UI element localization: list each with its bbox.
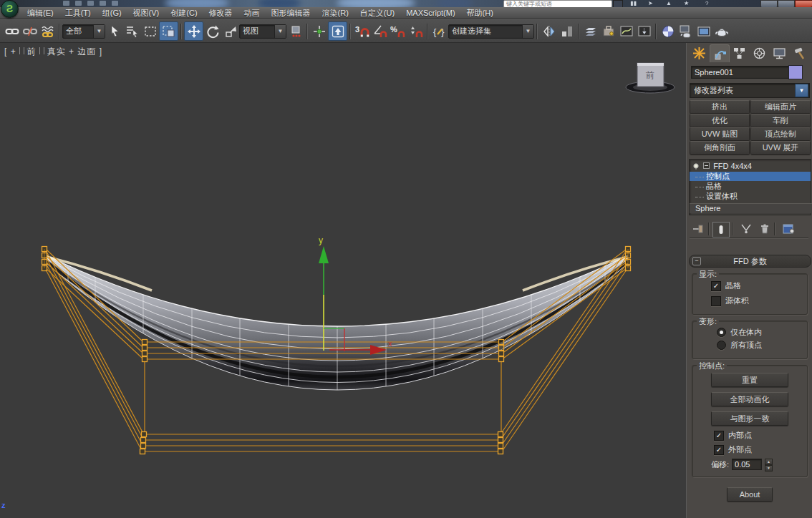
menu-edit[interactable]: 编辑(E) <box>21 8 59 19</box>
new-file-icon[interactable] <box>63 1 69 6</box>
menu-animation[interactable]: 动画 <box>238 8 266 19</box>
window-maximize-button[interactable] <box>778 0 795 7</box>
material-editor-button[interactable] <box>659 22 677 40</box>
menu-rendering[interactable]: 渲染(R) <box>316 8 354 19</box>
stack-modifier-name[interactable]: FFD 4x4x4 <box>713 162 752 170</box>
infocenter-pause-icon[interactable]: ▮▮ <box>630 0 637 6</box>
percent-snap-toggle-button[interactable]: % <box>389 22 407 40</box>
menu-help[interactable]: 帮助(H) <box>461 8 499 19</box>
infocenter-arrow-icon[interactable]: ➤ <box>648 0 653 6</box>
reset-button[interactable]: 重置 <box>711 373 788 387</box>
object-color-swatch[interactable] <box>788 65 803 79</box>
viewcube-front-face-label[interactable]: 前 <box>646 70 654 80</box>
stack-row-base-object[interactable]: Sphere <box>690 203 812 213</box>
modifier-button-uvw-map[interactable]: UVW 贴图 <box>690 127 750 141</box>
select-by-name-button[interactable] <box>123 22 141 40</box>
rollout-collapse-icon[interactable]: − <box>692 257 701 265</box>
offset-value-field[interactable] <box>732 459 762 470</box>
infocenter-help-icon[interactable]: ? <box>705 0 708 6</box>
menu-maxscript[interactable]: MAXScript(M) <box>400 9 460 17</box>
menu-modifiers[interactable]: 修改器 <box>203 8 238 19</box>
modifier-button-unwrap-uvw[interactable]: UVW 展开 <box>750 141 811 155</box>
infocenter-search-input[interactable] <box>504 1 612 7</box>
quick-access-toolbar[interactable] <box>63 1 118 6</box>
dropdown-arrow-icon[interactable]: ▼ <box>93 25 105 38</box>
select-object-button[interactable] <box>105 22 123 40</box>
window-crossing-toggle-button[interactable] <box>159 21 178 41</box>
use-pivot-point-center-button[interactable] <box>286 22 304 40</box>
mirror-button[interactable] <box>540 22 558 40</box>
graphite-modeling-button[interactable] <box>599 22 617 40</box>
select-and-move-button[interactable] <box>184 21 203 41</box>
stack-row-set-volume[interactable]: 设置体积 <box>690 192 811 201</box>
show-end-result-button[interactable] <box>712 222 730 238</box>
spinner-snap-toggle-button[interactable] <box>407 22 425 40</box>
front-viewport[interactable]: y x 前 [ +前真实 + 边面 ] z <box>0 43 687 518</box>
viewport-menu-view[interactable]: 前 <box>27 47 37 57</box>
inside-points-checkbox[interactable]: ✓ <box>714 431 724 441</box>
about-button[interactable]: About <box>727 487 773 502</box>
expand-collapse-icon[interactable] <box>703 162 710 169</box>
selection-filter-dropdown[interactable]: 全部 ▼ <box>62 24 105 39</box>
viewcube[interactable]: 前 <box>626 63 675 93</box>
infocenter-search-button[interactable] <box>613 0 623 7</box>
dropdown-arrow-icon[interactable]: ▼ <box>522 25 533 38</box>
infocenter-search[interactable] <box>503 0 612 7</box>
dropdown-arrow-icon[interactable]: ▼ <box>795 84 808 97</box>
source-volume-checkbox-label[interactable]: 源体积 <box>725 295 749 306</box>
redo-icon[interactable] <box>112 1 118 6</box>
modifier-button-vertex-paint[interactable]: 顶点绘制 <box>750 127 811 141</box>
only-in-volume-label[interactable]: 仅在体内 <box>730 327 762 338</box>
modifier-list-dropdown[interactable]: 修改器列表 ▼ <box>690 83 810 98</box>
lattice-checkbox-label[interactable]: 晶格 <box>725 280 741 291</box>
unlink-selection-button[interactable] <box>21 22 39 40</box>
dropdown-arrow-icon[interactable]: ▼ <box>274 25 286 38</box>
undo-icon[interactable] <box>100 1 106 6</box>
schematic-view-button[interactable] <box>635 22 653 40</box>
stack-subobject-set-volume[interactable]: 设置体积 <box>706 192 738 200</box>
select-and-rotate-button[interactable] <box>203 22 221 40</box>
stack-row-lattice[interactable]: 晶格 <box>690 182 811 191</box>
modifier-button-edit-patch[interactable]: 编辑面片 <box>750 100 811 114</box>
all-vertices-label[interactable]: 所有顶点 <box>730 340 762 351</box>
menu-create[interactable]: 创建(C) <box>165 8 203 19</box>
align-button[interactable] <box>558 22 576 40</box>
bind-to-space-warp-button[interactable] <box>39 22 57 40</box>
pin-stack-button[interactable] <box>691 222 707 236</box>
offset-spinner[interactable]: ▲ ▼ <box>765 459 773 470</box>
snap-toggle-3d-button[interactable]: 3 <box>353 22 371 40</box>
select-and-link-button[interactable] <box>3 22 21 40</box>
infocenter-favorites-star-icon[interactable]: ★ <box>684 0 689 6</box>
modifier-button-bevel-profile[interactable]: 倒角剖面 <box>690 141 750 155</box>
modifier-button-optimize[interactable]: 优化 <box>690 114 750 127</box>
window-close-button[interactable] <box>795 0 812 7</box>
select-and-manipulate-button[interactable] <box>310 22 328 40</box>
visibility-bulb-icon[interactable] <box>692 162 700 170</box>
tab-motion[interactable] <box>750 44 768 62</box>
stack-row-ffd-modifier[interactable]: FFD 4x4x4 <box>690 162 811 171</box>
3dsmax-application-logo[interactable]: S <box>1 0 19 18</box>
menu-tools[interactable]: 工具(T) <box>59 8 97 19</box>
animate-all-button[interactable]: 全部动画化 <box>711 392 788 406</box>
configure-modifier-sets-button[interactable] <box>781 222 797 236</box>
viewport-label[interactable]: [ +前真实 + 边面 ] <box>4 46 102 58</box>
modifier-button-extrude[interactable]: 挤出 <box>690 100 750 114</box>
open-file-icon[interactable] <box>75 1 82 6</box>
gizmo-y-arrowhead[interactable] <box>319 246 329 263</box>
conform-to-shape-button[interactable]: 与图形一致 <box>711 411 788 426</box>
object-name-field[interactable] <box>691 66 790 79</box>
save-file-icon[interactable] <box>87 1 94 6</box>
spinner-up-icon[interactable]: ▲ <box>765 459 773 465</box>
curve-editor-button[interactable] <box>617 22 635 40</box>
modifier-button-lathe[interactable]: 车削 <box>750 114 811 127</box>
edit-named-selection-sets-button[interactable]: {} <box>430 22 448 40</box>
outside-points-label[interactable]: 外部点 <box>728 444 752 455</box>
rectangular-selection-region-button[interactable] <box>141 22 159 40</box>
make-unique-button[interactable] <box>738 222 754 236</box>
menu-views[interactable]: 视图(V) <box>127 8 165 19</box>
angle-snap-toggle-button[interactable] <box>371 22 389 40</box>
deformed-sphere-hull[interactable] <box>47 255 628 390</box>
remove-modifier-button[interactable] <box>757 222 773 236</box>
menu-customize[interactable]: 自定义(U) <box>354 8 400 19</box>
source-volume-checkbox[interactable] <box>711 296 721 306</box>
